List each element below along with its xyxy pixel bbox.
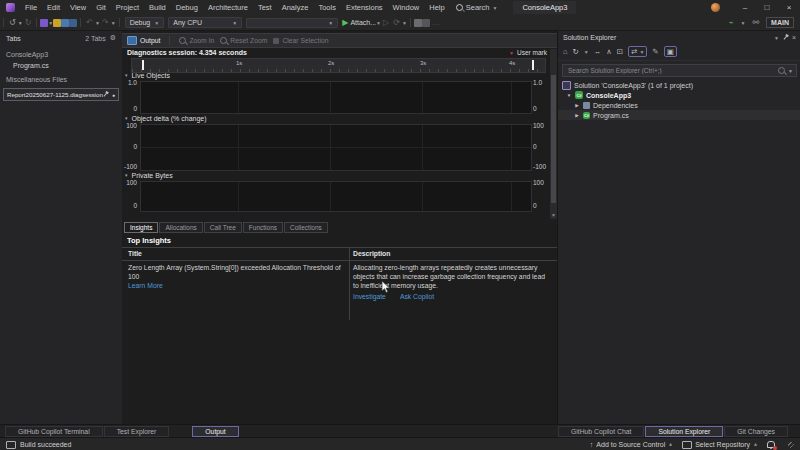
output-button[interactable]: Output <box>127 36 160 45</box>
menu-file[interactable]: File <box>20 2 42 13</box>
show-all-files-toggle[interactable]: ▣ <box>664 46 677 57</box>
tab-test-explorer[interactable]: Test Explorer <box>104 426 170 437</box>
startup-item-dropdown[interactable]: ▼ <box>246 18 338 28</box>
tab-functions[interactable]: Functions <box>243 222 283 233</box>
chevron-down-icon[interactable]: ▼ <box>788 68 793 74</box>
column-header-title[interactable]: Title <box>128 250 142 257</box>
menu-test[interactable]: Test <box>253 2 277 13</box>
refresh-icon[interactable]: ↻ <box>573 47 579 56</box>
start-without-debugging-icon[interactable]: ▷ <box>381 19 391 27</box>
notifications-button[interactable] <box>767 441 775 448</box>
command-window-icon[interactable] <box>422 19 430 27</box>
reset-zoom-button[interactable]: Reset Zoom <box>220 37 267 44</box>
menu-tools[interactable]: Tools <box>313 2 341 13</box>
save-all-icon[interactable] <box>69 19 77 27</box>
menu-window[interactable]: Window <box>388 2 425 13</box>
navigate-forward-icon[interactable]: ↻ <box>23 19 34 27</box>
solution-platforms-dropdown[interactable]: Any CPU ▼ <box>168 17 242 28</box>
select-repository-button[interactable]: Select Repository ▼ <box>682 441 758 449</box>
menu-analyze[interactable]: Analyze <box>277 2 314 13</box>
tab-call-tree[interactable]: Call Tree <box>204 222 242 233</box>
menu-help[interactable]: Help <box>424 2 449 13</box>
charts-scrollbar[interactable]: ▼ <box>550 49 557 219</box>
menu-edit[interactable]: Edit <box>42 2 65 13</box>
tab-allocations[interactable]: Allocations <box>159 222 202 233</box>
sync-with-active-document-toggle[interactable]: ⇄ ▼ <box>628 46 647 57</box>
solution-search-input[interactable] <box>566 66 775 75</box>
resize-grip[interactable] <box>788 442 794 448</box>
find-in-files-icon[interactable] <box>414 19 422 27</box>
add-to-source-control-button[interactable]: ↑ Add to Source Control ▼ <box>590 441 673 448</box>
live-share-icon[interactable]: ⌁ <box>727 19 736 27</box>
section-header-live-objects[interactable]: ▼ Live Objects <box>124 72 170 79</box>
section-header-private-bytes[interactable]: ▼ Private Bytes <box>124 172 173 179</box>
object-delta-chart[interactable] <box>140 124 532 171</box>
solution-search-box[interactable]: ▼ <box>562 64 797 77</box>
undo-icon[interactable]: ↶ <box>84 19 95 27</box>
tree-item-program-cs[interactable]: ▶ C# Program.cs <box>558 110 800 120</box>
live-objects-chart[interactable] <box>140 81 532 114</box>
attach-button[interactable]: Attach... <box>350 19 376 26</box>
tree-item-solution[interactable]: Solution 'ConsoleApp3' (1 of 1 project) <box>558 80 800 90</box>
menu-project[interactable]: Project <box>111 2 144 13</box>
chevron-down-icon[interactable]: ▼ <box>774 35 779 41</box>
branch-indicator[interactable]: MAIN <box>766 17 794 28</box>
scope-up-icon[interactable]: ∧ <box>606 47 612 56</box>
close-icon[interactable]: × <box>792 34 796 41</box>
sync-icon[interactable]: ⚯ <box>750 19 761 27</box>
tree-item-dependencies[interactable]: ▶ Dependencies <box>558 100 800 110</box>
investigate-link[interactable]: Investigate <box>353 292 386 301</box>
chevron-collapsed-icon[interactable]: ▶ <box>574 103 580 108</box>
menu-extensions[interactable]: Extensions <box>341 2 388 13</box>
properties-icon[interactable]: ⊡ <box>617 47 623 56</box>
gear-icon[interactable]: ⚙ <box>110 34 116 42</box>
menu-git[interactable]: Git <box>91 2 111 13</box>
tab-github-copilot-terminal[interactable]: GitHub Copilot Terminal <box>5 426 103 437</box>
zoom-in-button[interactable]: Zoom In <box>179 37 214 44</box>
collapse-all-icon[interactable]: ↔ <box>594 47 602 56</box>
insight-row-title-cell[interactable]: Zero Length Array (System.String[0]) exc… <box>128 263 342 291</box>
learn-more-link[interactable]: Learn More <box>128 282 163 289</box>
tab-git-changes[interactable]: Git Changes <box>724 426 788 437</box>
close-button[interactable]: × <box>778 3 800 12</box>
tab-output[interactable]: Output <box>192 426 238 437</box>
switch-views-icon[interactable]: ⌂ <box>563 47 568 56</box>
hot-reload-icon[interactable]: ⟳ <box>391 19 402 27</box>
minimize-button[interactable]: – <box>734 3 756 12</box>
scroll-down-icon[interactable]: ▼ <box>550 212 557 218</box>
toolbar-overflow-icon[interactable]: … <box>430 19 442 27</box>
scrollbar-thumb[interactable] <box>551 75 556 203</box>
session-start-marker[interactable] <box>142 60 144 70</box>
column-header-description[interactable]: Description <box>353 250 390 257</box>
redo-icon[interactable]: ↷ <box>100 19 111 27</box>
tab-insights[interactable]: Insights <box>124 222 158 233</box>
chevron-down-icon[interactable]: ▼ <box>584 49 589 55</box>
open-folder-icon[interactable] <box>53 19 61 27</box>
account-avatar[interactable] <box>711 3 720 12</box>
private-bytes-chart[interactable] <box>140 181 532 212</box>
session-end-marker[interactable] <box>532 60 534 70</box>
new-project-icon[interactable] <box>40 19 48 27</box>
search-box[interactable]: Search ▼ <box>456 3 498 12</box>
tab-item-program-cs[interactable]: Program.cs <box>0 60 122 71</box>
tree-item-project[interactable]: ▼ C# ConsoleApp3 <box>558 90 800 100</box>
pin-icon[interactable] <box>783 35 787 39</box>
unsaved-dot-icon[interactable]: ● <box>112 92 115 98</box>
clear-selection-button[interactable]: Clear Selection <box>273 37 328 44</box>
maximize-button[interactable]: □ <box>756 3 778 12</box>
chevron-down-icon[interactable]: ▼ <box>740 20 745 26</box>
tab-item-diagsession[interactable]: Report20250627-1125.diagsession ● <box>3 88 119 101</box>
save-icon[interactable] <box>61 19 69 27</box>
ask-copilot-link[interactable]: Ask Copilot <box>400 292 434 301</box>
start-debug-icon[interactable]: ▶ <box>340 19 350 27</box>
pin-icon[interactable] <box>103 92 107 96</box>
chevron-expanded-icon[interactable]: ▼ <box>566 93 572 98</box>
menu-build[interactable]: Build <box>144 2 171 13</box>
timeline-ruler[interactable]: 1s 2s 3s 4s <box>131 58 546 73</box>
tab-github-copilot-chat[interactable]: GitHub Copilot Chat <box>558 426 644 437</box>
section-header-object-delta[interactable]: ▼ Object delta (% change) <box>124 115 207 122</box>
menu-architecture[interactable]: Architecture <box>203 2 253 13</box>
menu-debug[interactable]: Debug <box>171 2 203 13</box>
navigate-back-icon[interactable]: ↺ <box>7 19 18 27</box>
menu-view[interactable]: View <box>65 2 91 13</box>
